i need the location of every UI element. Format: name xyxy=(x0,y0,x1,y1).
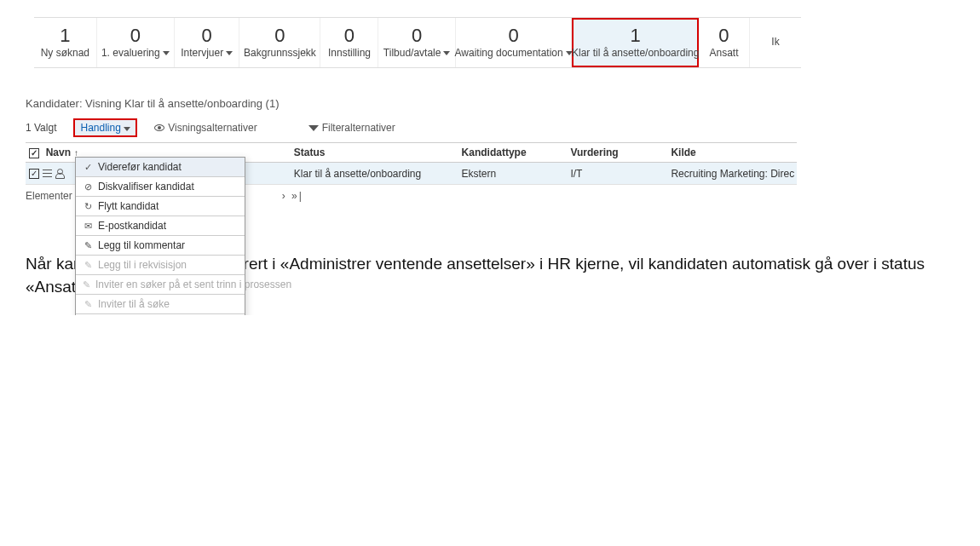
stage-tilbud-avtale[interactable]: 0 Tilbud/avtale xyxy=(378,18,455,67)
check-icon: ✓ xyxy=(83,162,93,172)
checkbox-icon xyxy=(29,148,39,158)
stage-bakgrunnssjekk[interactable]: 0 Bakgrunnssjekk xyxy=(239,18,320,67)
menu-legg-til-kommentar[interactable]: ✎ Legg til kommentar xyxy=(76,236,245,256)
menu-inviter-sent-trinn: ✎ Inviter en søker på et sent trinn i pr… xyxy=(76,275,245,295)
selected-count: 1 Valgt xyxy=(26,122,56,134)
disqualify-icon: ⊘ xyxy=(83,181,93,192)
menu-legg-til-rekvisisjon: ✎ Legg til i rekvisisjon xyxy=(76,256,245,275)
invite-icon: ✎ xyxy=(83,279,90,290)
stage-count: 0 xyxy=(508,25,518,47)
stage-label: Intervjuer xyxy=(181,47,223,59)
menu-viderefor-kandidat[interactable]: ✓ Viderefør kandidat xyxy=(76,158,245,177)
menu-item-label: E-postkandidat xyxy=(98,220,166,232)
toolbar: 1 Valgt Handling Visningsalternativer Fi… xyxy=(26,118,980,137)
menu-item-label: Diskvalifiser kandidat xyxy=(98,181,194,193)
invite-apply-icon: ✎ xyxy=(83,299,93,309)
candidates-heading: Kandidater: Visning Klar til å ansette/o… xyxy=(26,97,980,110)
stage-intervjuer[interactable]: 0 Intervjuer xyxy=(175,18,240,67)
stage-awaiting-documentation[interactable]: 0 Awaiting documentation xyxy=(456,18,573,67)
stage-label: 1. evaluering xyxy=(101,47,160,59)
pipeline-stages: 1 Ny søknad 0 1. evaluering 0 Intervjuer… xyxy=(34,17,801,68)
menu-item-label: Flytt kandidat xyxy=(98,200,159,212)
row-checkbox[interactable] xyxy=(26,169,43,179)
pager-last-icon[interactable]: »| xyxy=(291,190,303,202)
stage-ansatt[interactable]: 0 Ansatt xyxy=(699,18,750,67)
chevron-down-icon xyxy=(443,51,450,55)
stage-count: 0 xyxy=(344,25,355,47)
menu-item-label: Inviter en søker på et sent trinn i pros… xyxy=(95,279,291,290)
comment-icon: ✎ xyxy=(83,240,93,250)
chevron-down-icon xyxy=(163,51,170,55)
menu-epost-kandidat[interactable]: ✉ E-postkandidat xyxy=(76,216,245,236)
display-options-label: Visningsalternativer xyxy=(168,122,257,134)
stage-count: 0 xyxy=(718,25,729,47)
stage-label: Bakgrunnssjekk xyxy=(244,47,316,59)
col-name-label: Navn xyxy=(46,147,71,158)
stage-count: 1 xyxy=(631,25,641,47)
stage-label: Tilbud/avtale xyxy=(383,47,441,59)
select-all-checkbox[interactable] xyxy=(26,147,43,158)
stage-1-evaluering[interactable]: 0 1. evaluering xyxy=(97,18,175,67)
stage-count: 0 xyxy=(130,25,141,47)
eye-icon xyxy=(154,124,164,131)
col-source[interactable]: Kilde xyxy=(671,147,797,158)
stage-klar-til-ansette[interactable]: 1 Klar til å ansette/onboarding xyxy=(572,18,699,67)
menu-item-label: Legg til i rekvisisjon xyxy=(98,259,187,271)
stage-count: 0 xyxy=(274,25,285,47)
action-button[interactable]: Handling xyxy=(73,118,137,137)
stage-label: Ny søknad xyxy=(41,47,89,59)
menu-item-label: Inviter til å søke xyxy=(98,298,170,310)
stage-label: Awaiting documentation xyxy=(455,47,563,59)
cell-rating: I/T xyxy=(570,168,671,180)
row-menu-icon[interactable] xyxy=(43,170,52,177)
stage-label: Ansatt xyxy=(709,47,738,59)
stage-ny-soknad[interactable]: 1 Ny søknad xyxy=(34,18,97,67)
chevron-down-icon xyxy=(226,51,233,55)
menu-diskvalifiser-kandidat[interactable]: ⊘ Diskvalifiser kandidat xyxy=(76,177,245,197)
cell-type: Ekstern xyxy=(462,168,571,180)
action-menu: ✓ Viderefør kandidat ⊘ Diskvalifiser kan… xyxy=(75,157,245,315)
funnel-icon xyxy=(308,125,319,131)
filter-options-button[interactable]: Filteralternativer xyxy=(308,122,395,134)
stage-truncated[interactable]: Ik xyxy=(750,18,801,67)
stage-label: Klar til å ansette/onboarding xyxy=(572,47,699,59)
stage-label: Innstilling xyxy=(328,47,371,59)
col-type[interactable]: Kandidattype xyxy=(462,147,571,158)
pager-elements-label: Elementer xyxy=(26,190,72,202)
sort-asc-icon: ↑ xyxy=(74,148,78,158)
stage-innstilling[interactable]: 0 Innstilling xyxy=(320,18,378,67)
mail-icon: ✉ xyxy=(83,221,93,231)
stage-count: 0 xyxy=(412,25,422,47)
chevron-down-icon xyxy=(124,127,130,131)
cell-source: Recruiting Marketing: Direc xyxy=(671,168,797,180)
col-status[interactable]: Status xyxy=(294,147,462,158)
action-button-label: Handling xyxy=(80,122,120,134)
stage-label: Ik xyxy=(771,36,779,48)
col-rating[interactable]: Vurdering xyxy=(570,147,671,158)
menu-inviter-til-soke: ✎ Inviter til å søke xyxy=(76,295,245,314)
menu-item-label: Viderefør kandidat xyxy=(98,161,182,173)
menu-legg-til-kompetansebase[interactable]: ⚙ Legg til i kompetansebase xyxy=(76,314,245,315)
stage-count: 1 xyxy=(60,25,70,47)
menu-item-label: Legg til kommentar xyxy=(98,239,185,251)
filter-options-label: Filteralternativer xyxy=(322,122,395,134)
menu-flytt-kandidat[interactable]: ↻ Flytt kandidat xyxy=(76,197,245,216)
checkbox-icon xyxy=(29,169,39,179)
pager-next-icon[interactable]: › xyxy=(282,190,287,202)
cell-status: Klar til å ansette/onboarding xyxy=(294,168,462,180)
person-icon[interactable] xyxy=(55,169,64,179)
move-icon: ↻ xyxy=(83,201,93,211)
stage-count: 0 xyxy=(202,25,212,47)
display-options-button[interactable]: Visningsalternativer xyxy=(154,122,257,134)
requisition-icon: ✎ xyxy=(83,260,93,270)
